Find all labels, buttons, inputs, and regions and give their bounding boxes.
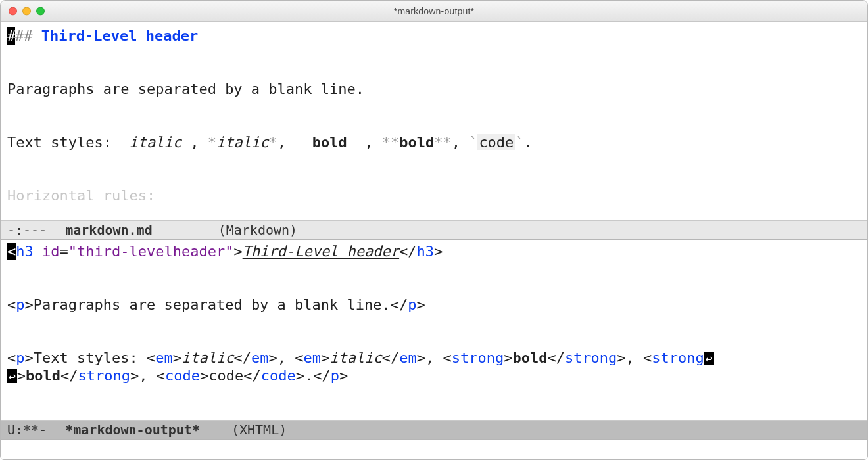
marker-backtick: ` bbox=[515, 134, 523, 150]
slash: / bbox=[399, 296, 408, 313]
tag-close-p: p bbox=[408, 296, 416, 313]
modeline-bottom[interactable]: U:**- *markdown-output* (XHTML) bbox=[1, 420, 867, 440]
period: . bbox=[524, 134, 533, 150]
tag-open-p: p bbox=[16, 296, 24, 313]
sep: , bbox=[425, 350, 443, 366]
angle-lt: < bbox=[391, 296, 399, 313]
marker-dstar: ** bbox=[434, 134, 452, 150]
angle-gt: > bbox=[25, 296, 34, 313]
tag-close-code: code bbox=[261, 367, 296, 384]
marker-star: * bbox=[268, 134, 277, 150]
tag-close-strong: strong bbox=[78, 367, 130, 384]
angle-gt: > bbox=[321, 350, 329, 366]
angle-lt: < bbox=[399, 243, 408, 260]
slash: / bbox=[69, 367, 78, 384]
html-output-buffer[interactable]: <h3 id="third-levelheader">Third-Level h… bbox=[1, 240, 867, 420]
attr-value-id: "third-levelheader" bbox=[68, 243, 234, 260]
title-bar[interactable]: *markdown-output* bbox=[1, 1, 867, 22]
slash: / bbox=[391, 350, 399, 366]
code-text: code bbox=[208, 367, 243, 384]
em-text: italic bbox=[329, 350, 381, 366]
buffer-name: markdown.md bbox=[65, 222, 152, 238]
tag-open-p: p bbox=[16, 350, 24, 366]
tag-open-em: em bbox=[155, 350, 173, 366]
slash: / bbox=[253, 367, 261, 384]
heading-text: Third-Level header bbox=[41, 28, 198, 44]
angle-lt: < bbox=[147, 350, 155, 366]
minimize-icon[interactable] bbox=[22, 7, 31, 15]
tag-open-h3: h3 bbox=[16, 243, 34, 260]
angle-gt: > bbox=[233, 243, 242, 260]
marker-dstar: ** bbox=[382, 134, 400, 150]
line-wrap-icon: ↩ bbox=[7, 369, 17, 383]
angle-lt: < bbox=[233, 350, 242, 366]
bold-underscore: bold bbox=[312, 134, 347, 150]
equals: = bbox=[60, 243, 68, 260]
line-wrap-icon: ↩ bbox=[704, 352, 714, 365]
tag-close-em: em bbox=[251, 350, 269, 366]
markdown-buffer[interactable]: ### Third-Level headerParagraphs are sep… bbox=[1, 22, 867, 220]
sep: , bbox=[139, 367, 157, 384]
zoom-icon[interactable] bbox=[36, 7, 45, 15]
angle-gt: > bbox=[617, 350, 625, 366]
marker-underscore: _ bbox=[181, 134, 190, 150]
slash: / bbox=[322, 367, 331, 384]
angle-gt: > bbox=[417, 296, 425, 313]
italic-underscore: italic bbox=[129, 134, 181, 150]
p2-prefix: Text styles: bbox=[34, 350, 147, 366]
close-icon[interactable] bbox=[9, 7, 17, 15]
tag-open-strong: strong bbox=[652, 350, 704, 366]
angle-lt: < bbox=[443, 350, 451, 366]
cursor-top: # bbox=[7, 27, 15, 45]
modeline-top[interactable]: -:--- markdown.md (Markdown) bbox=[1, 220, 867, 240]
angle-gt: > bbox=[296, 367, 304, 384]
strong-text: bold bbox=[26, 367, 60, 384]
sep: , bbox=[626, 350, 644, 366]
angle-lt: < bbox=[382, 350, 391, 366]
marker-dunder: __ bbox=[347, 134, 365, 150]
angle-lt: < bbox=[243, 367, 252, 384]
tag-close-h3: h3 bbox=[417, 243, 435, 260]
major-mode: (Markdown) bbox=[218, 222, 297, 238]
angle-gt: > bbox=[200, 367, 208, 384]
styles-prefix: Text styles: bbox=[7, 134, 120, 150]
angle-gt: > bbox=[130, 367, 139, 384]
angle-gt: > bbox=[339, 367, 348, 384]
clipped-line: Horizontal rules: bbox=[7, 187, 155, 204]
paragraph-text: Paragraphs are separated by a blank line… bbox=[7, 81, 364, 97]
angle-gt: > bbox=[417, 350, 425, 366]
space bbox=[34, 243, 42, 260]
tag-open-code: code bbox=[165, 367, 200, 384]
tag-close-strong: strong bbox=[565, 350, 617, 366]
angle-gt: > bbox=[268, 350, 277, 366]
angle-lt: < bbox=[157, 367, 165, 384]
angle-lt: < bbox=[7, 350, 16, 366]
tag-open-em: em bbox=[303, 350, 321, 366]
angle-gt: > bbox=[17, 367, 26, 384]
attr-name-id: id bbox=[42, 243, 60, 260]
em-text: italic bbox=[181, 350, 233, 366]
marker-dunder: __ bbox=[295, 134, 312, 150]
inline-code: code bbox=[477, 134, 515, 150]
tag-close-em: em bbox=[399, 350, 417, 366]
tag-close-p: p bbox=[331, 367, 339, 384]
modeline-flags: -:--- bbox=[7, 222, 47, 238]
minibuffer[interactable] bbox=[1, 440, 867, 459]
angle-lt: < bbox=[7, 296, 16, 313]
slash: / bbox=[556, 350, 565, 366]
angle-gt: > bbox=[504, 350, 512, 366]
heading-hashes: ## bbox=[15, 28, 33, 44]
major-mode: (XHTML) bbox=[231, 422, 287, 438]
angle-lt: < bbox=[643, 350, 652, 366]
angle-lt: < bbox=[60, 367, 69, 384]
modeline-flags: U:**- bbox=[7, 422, 47, 438]
buffer-name: *markdown-output* bbox=[65, 422, 200, 438]
window-title: *markdown-output* bbox=[394, 6, 474, 16]
marker-underscore: _ bbox=[120, 134, 129, 150]
bold-star: bold bbox=[399, 134, 434, 150]
cursor-bottom: < bbox=[7, 243, 16, 260]
angle-gt: > bbox=[173, 350, 181, 366]
marker-star: * bbox=[208, 134, 216, 150]
h3-text: Third-Level header bbox=[243, 243, 399, 260]
period: . bbox=[304, 367, 313, 384]
